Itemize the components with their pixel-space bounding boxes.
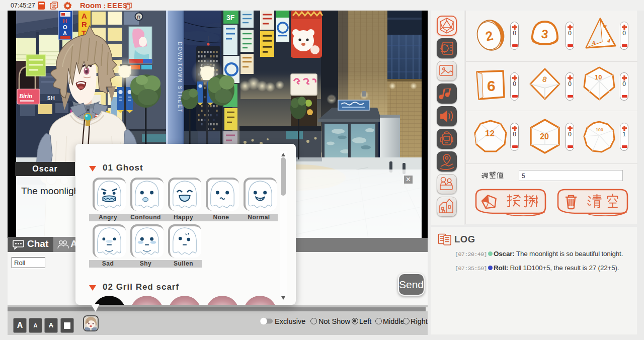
svg-text:H: H	[63, 18, 67, 24]
svg-text:A: A	[82, 12, 87, 20]
svg-text:100: 100	[596, 127, 603, 132]
svg-text:R: R	[137, 15, 141, 20]
svg-text:3F: 3F	[226, 14, 235, 22]
svg-text:6: 6	[487, 77, 496, 94]
svg-text:Birin: Birin	[19, 93, 32, 100]
svg-text:R: R	[82, 20, 87, 29]
svg-text:20: 20	[540, 132, 549, 141]
svg-text:O: O	[63, 24, 67, 30]
svg-text:5H: 5H	[47, 95, 55, 101]
svg-text:10: 10	[595, 73, 602, 81]
svg-text:12: 12	[485, 129, 495, 138]
svg-text:A: A	[63, 30, 67, 36]
